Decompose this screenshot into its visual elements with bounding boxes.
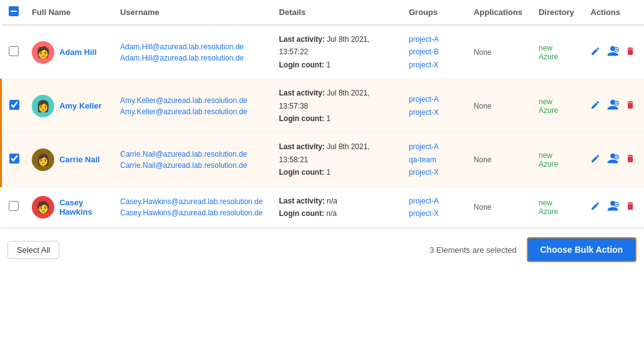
delete-icon[interactable] [625, 201, 635, 213]
username-primary[interactable]: Carrie.Nail@azuread.lab.resolution.de [120, 149, 269, 160]
user-fullname[interactable]: Casey Hawkins [59, 198, 110, 217]
group-item[interactable]: project-X [409, 106, 464, 119]
row-checkbox[interactable] [9, 100, 19, 110]
login-count-label: Login count: [279, 61, 327, 69]
user-remove-icon[interactable] [607, 45, 619, 59]
user-fullname[interactable]: Carrie Nail [59, 155, 100, 164]
login-count-value: 1 [327, 114, 331, 123]
row-checkbox-cell [1, 187, 27, 228]
groups-cell: project-Aproject-Bproject-X [404, 25, 469, 79]
username-secondary[interactable]: Adam.Hill@azuread.lab.resolution.de [120, 52, 269, 64]
username-primary[interactable]: Amy.Keller@azuread.lab.resolution.de [120, 95, 269, 106]
applications-cell: None [469, 133, 534, 187]
directory-value: newAzure [539, 97, 558, 115]
delete-icon[interactable] [625, 100, 635, 112]
deselect-all-icon[interactable] [9, 6, 19, 16]
avatar: 🧑 [32, 41, 54, 64]
directory-value: newAzure [539, 198, 558, 216]
delete-icon[interactable] [625, 154, 635, 165]
bulk-action-button[interactable]: Choose Bulk Action [527, 237, 637, 262]
delete-icon[interactable] [625, 46, 635, 58]
users-table: Full Name Username Details Groups Applic… [0, 0, 644, 228]
row-checkbox[interactable] [9, 154, 19, 164]
last-activity-label: Last activity: [279, 89, 327, 97]
groups-cell: project-Aproject-X [404, 187, 469, 228]
edit-icon[interactable] [590, 46, 600, 58]
groups-cell: project-Aproject-X [404, 79, 469, 133]
directory-cell: newAzure [534, 79, 585, 133]
details-cell: Last activity: Jul 8th 2021, 13:57:38Log… [274, 79, 404, 133]
username-secondary[interactable]: Casey.Hawkins@azuread.lab.resolution.de [120, 207, 269, 218]
edit-icon[interactable] [590, 100, 600, 112]
directory-value: newAzure [539, 151, 558, 169]
username-primary[interactable]: Adam.Hill@azuread.lab.resolution.de [120, 41, 269, 52]
user-remove-icon[interactable] [607, 200, 619, 214]
login-count-label: Login count: [279, 168, 327, 177]
login-count-label: Login count: [279, 114, 327, 123]
login-count-value: n/a [327, 209, 337, 218]
edit-icon[interactable] [590, 154, 600, 165]
fullname-cell: 🧑Adam Hill [27, 25, 115, 79]
group-item[interactable]: project-X [409, 166, 464, 179]
directory-cell: newAzure [534, 133, 585, 187]
group-item[interactable]: project-X [409, 59, 464, 71]
username-primary[interactable]: Casey.Hawkins@azuread.lab.resolution.de [120, 196, 269, 207]
directory-cell: newAzure [534, 25, 585, 79]
group-item[interactable]: project-A [409, 140, 464, 153]
col-fullname-header: Full Name [27, 0, 115, 25]
username-cell: Carrie.Nail@azuread.lab.resolution.deCar… [115, 133, 274, 187]
username-secondary[interactable]: Amy.Keller@azuread.lab.resolution.de [120, 106, 269, 117]
row-checkbox[interactable] [9, 201, 19, 211]
avatar: 👩 [32, 95, 54, 117]
details-cell: Last activity: Jul 8th 2021, 13:58:21Log… [274, 133, 404, 187]
actions-cell [585, 79, 644, 133]
login-count-value: 1 [327, 61, 331, 69]
select-all-button[interactable]: Select All [7, 241, 59, 259]
group-item[interactable]: project-A [409, 33, 464, 46]
username-cell: Casey.Hawkins@azuread.lab.resolution.deC… [115, 187, 274, 228]
fullname-cell: 👩Amy Keller [27, 79, 115, 133]
user-fullname[interactable]: Amy Keller [59, 101, 102, 110]
actions-cell [585, 25, 644, 79]
table-row: 🧑Adam HillAdam.Hill@azuread.lab.resoluti… [1, 25, 645, 79]
group-item[interactable]: project-A [409, 93, 464, 105]
actions-cell [585, 187, 644, 228]
elements-selected-text: 3 Elements are selected [430, 245, 516, 255]
row-checkbox-cell [1, 79, 27, 133]
applications-cell: None [469, 79, 534, 133]
col-applications-header: Applications [469, 0, 534, 25]
directory-value: newAzure [539, 44, 558, 61]
footer-right: 3 Elements are selected Choose Bulk Acti… [430, 237, 637, 262]
col-actions-header: Actions [585, 0, 644, 25]
directory-cell: newAzure [534, 187, 585, 228]
group-item[interactable]: project-A [409, 195, 464, 207]
login-count-value: 1 [327, 168, 331, 177]
actions-cell [585, 133, 644, 187]
last-activity-value: n/a [327, 197, 337, 205]
user-fullname[interactable]: Adam Hill [59, 47, 97, 57]
table-row: 👩Amy KellerAmy.Keller@azuread.lab.resolu… [1, 79, 645, 133]
edit-icon[interactable] [590, 201, 600, 213]
username-secondary[interactable]: Carrie.Nail@azuread.lab.resolution.de [120, 160, 269, 171]
username-cell: Adam.Hill@azuread.lab.resolution.deAdam.… [115, 25, 274, 79]
last-activity-label: Last activity: [279, 142, 327, 151]
row-checkbox-cell [1, 133, 27, 187]
group-item[interactable]: project-B [409, 46, 464, 58]
details-cell: Last activity: Jul 8th 2021, 13:57:22Log… [274, 25, 404, 79]
user-remove-icon[interactable] [607, 152, 619, 167]
group-item[interactable]: qa-team [409, 154, 464, 166]
group-item[interactable]: project-X [409, 207, 464, 220]
last-activity-label: Last activity: [279, 197, 327, 205]
username-cell: Amy.Keller@azuread.lab.resolution.deAmy.… [115, 79, 274, 133]
user-remove-icon[interactable] [607, 99, 619, 113]
table-row: 👩Carrie NailCarrie.Nail@azuread.lab.reso… [1, 133, 645, 187]
fullname-cell: 🧑Casey Hawkins [27, 187, 115, 228]
col-username-header: Username [115, 0, 274, 25]
header-checkbox-cell [1, 0, 27, 25]
row-checkbox[interactable] [9, 46, 19, 56]
main-container: Full Name Username Details Groups Applic… [0, 0, 644, 362]
col-directory-header: Directory [534, 0, 585, 25]
login-count-label: Login count: [279, 209, 327, 218]
table-row: 🧑Casey HawkinsCasey.Hawkins@azuread.lab.… [1, 187, 645, 228]
row-checkbox-cell [1, 25, 27, 79]
